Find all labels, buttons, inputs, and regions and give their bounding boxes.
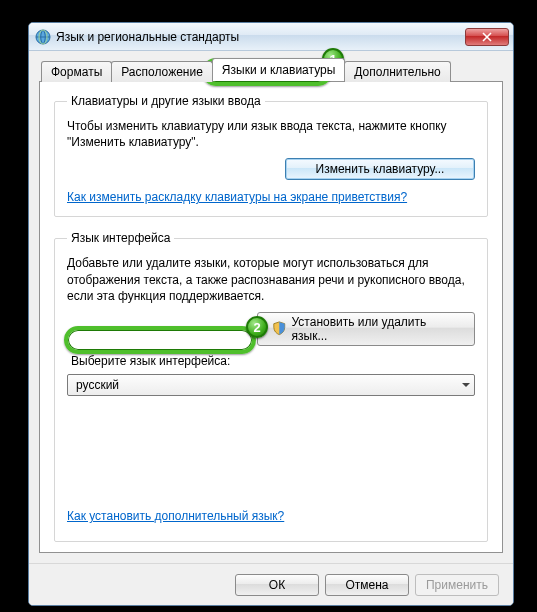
keyboards-description: Чтобы изменить клавиатуру или язык ввода…	[67, 118, 475, 150]
dialog-footer: ОК Отмена Применить	[29, 563, 513, 605]
install-additional-language-link[interactable]: Как установить дополнительный язык?	[67, 509, 284, 523]
cancel-button[interactable]: Отмена	[325, 574, 409, 596]
combo-selected-value: русский	[76, 378, 119, 392]
tab-keyboards-languages[interactable]: Языки и клавиатуры	[212, 58, 345, 81]
close-button[interactable]	[465, 28, 509, 46]
apply-button: Применить	[415, 574, 499, 596]
display-language-description: Добавьте или удалите языки, которые могу…	[67, 255, 475, 304]
welcome-screen-layout-link[interactable]: Как изменить раскладку клавиатуры на экр…	[67, 190, 407, 204]
install-button-label: Установить или удалить язык...	[292, 315, 460, 343]
dialog-window: Язык и региональные стандарты Форматы Ра…	[28, 22, 514, 606]
ok-button[interactable]: ОК	[235, 574, 319, 596]
chevron-down-icon	[462, 378, 470, 392]
change-keyboard-button[interactable]: Изменить клавиатуру...	[285, 158, 475, 180]
window-title: Язык и региональные стандарты	[56, 30, 465, 44]
tab-panel: Клавиатуры и другие языки ввода Чтобы из…	[39, 81, 503, 553]
group-display-language: Язык интерфейса Добавьте или удалите язы…	[54, 231, 488, 542]
titlebar[interactable]: Язык и региональные стандарты	[29, 23, 513, 51]
select-display-language-label: Выберите язык интерфейса:	[67, 352, 475, 370]
globe-icon	[35, 29, 51, 45]
shield-icon	[272, 321, 287, 336]
install-uninstall-language-button[interactable]: Установить или удалить язык...	[257, 312, 475, 346]
client-area: Форматы Расположение Языки и клавиатуры …	[29, 51, 513, 563]
group-keyboards-legend: Клавиатуры и другие языки ввода	[67, 94, 265, 108]
tab-formats[interactable]: Форматы	[41, 61, 112, 82]
tab-location[interactable]: Расположение	[111, 61, 213, 82]
display-language-combo[interactable]: русский	[67, 374, 475, 396]
tab-advanced[interactable]: Дополнительно	[344, 61, 450, 82]
group-keyboards: Клавиатуры и другие языки ввода Чтобы из…	[54, 94, 488, 217]
group-display-legend: Язык интерфейса	[67, 231, 174, 245]
tabstrip: Форматы Расположение Языки и клавиатуры …	[41, 59, 503, 81]
